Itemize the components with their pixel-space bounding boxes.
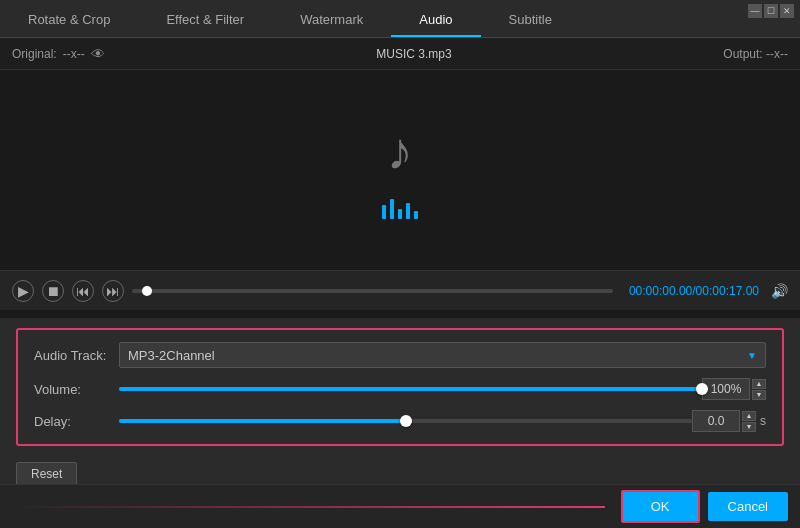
original-info: Original: --x-- 👁 [12,46,105,62]
audio-track-dropdown[interactable]: MP3-2Channel ▼ [119,342,766,368]
close-button[interactable]: ✕ [780,4,794,18]
delay-down-button[interactable]: ▼ [742,422,756,432]
info-bar: Original: --x-- 👁 MUSIC 3.mp3 Output: --… [0,38,800,70]
original-label: Original: [12,47,57,61]
volume-fill [119,387,702,391]
eq-bar-1 [382,205,386,219]
music-note-icon: ♪ [387,121,413,181]
time-display: 00:00:00.00/00:00:17.00 [629,284,759,298]
eq-bar-2 [390,199,394,219]
volume-thumb[interactable] [696,383,708,395]
volume-label: Volume: [34,382,119,397]
output-info: Output: --x-- [723,47,788,61]
music-visual: ♪ [0,70,800,270]
tab-rotate[interactable]: Rotate & Crop [0,4,138,37]
title-bar: — ☐ ✕ [742,0,800,22]
progress-thumb[interactable] [142,286,152,296]
visibility-icon[interactable]: 👁 [91,46,105,62]
volume-track[interactable] [119,387,702,391]
tab-subtitle[interactable]: Subtitle [481,4,580,37]
audio-track-row: Audio Track: MP3-2Channel ▼ [34,342,766,368]
delay-input[interactable] [692,410,740,432]
bottom-bar: OK Cancel [0,484,800,528]
volume-spinners: ▲ ▼ [752,379,766,400]
cancel-button[interactable]: Cancel [708,492,788,521]
reset-button[interactable]: Reset [16,462,77,486]
play-button[interactable]: ▶ [12,280,34,302]
prev-button[interactable]: ⏮ [72,280,94,302]
tab-bar: Rotate & Crop Effect & Filter Watermark … [0,0,800,38]
delay-thumb[interactable] [400,415,412,427]
volume-down-button[interactable]: ▼ [752,390,766,400]
filename-label: MUSIC 3.mp3 [105,47,724,61]
volume-value-box: ▲ ▼ [702,378,766,400]
next-button[interactable]: ⏭ [102,280,124,302]
minimize-button[interactable]: — [748,4,762,18]
volume-icon[interactable]: 🔊 [771,283,788,299]
eq-bar-3 [398,209,402,219]
volume-input[interactable] [702,378,750,400]
dropdown-arrow-icon: ▼ [747,350,757,361]
original-value: --x-- [63,47,85,61]
audio-track-value: MP3-2Channel [128,348,215,363]
progress-track[interactable] [132,289,613,293]
eq-bar-5 [414,211,418,219]
delay-up-button[interactable]: ▲ [742,411,756,421]
stop-button[interactable]: ⏹ [42,280,64,302]
eq-bar-4 [406,203,410,219]
delay-value-box: ▲ ▼ s [692,410,766,432]
arrow-decoration [12,506,605,508]
delay-unit: s [760,414,766,428]
delay-track[interactable] [119,419,692,423]
maximize-button[interactable]: ☐ [764,4,778,18]
tab-watermark[interactable]: Watermark [272,4,391,37]
preview-area: Original: --x-- 👁 MUSIC 3.mp3 Output: --… [0,38,800,318]
volume-up-button[interactable]: ▲ [752,379,766,389]
ok-button[interactable]: OK [621,490,700,523]
delay-fill [119,419,406,423]
volume-slider-container [119,387,702,391]
delay-label: Delay: [34,414,119,429]
delay-spinners: ▲ ▼ [742,411,756,432]
tab-audio[interactable]: Audio [391,4,480,37]
audio-track-label: Audio Track: [34,348,119,363]
output-label: Output: [723,47,762,61]
volume-row: Volume: ▲ ▼ [34,378,766,400]
settings-panel: Audio Track: MP3-2Channel ▼ Volume: ▲ ▼ … [16,328,784,446]
tab-effect[interactable]: Effect & Filter [138,4,272,37]
delay-row: Delay: ▲ ▼ s [34,410,766,432]
output-value: --x-- [766,47,788,61]
equalizer-display [382,195,418,219]
delay-slider-container [119,419,692,423]
controls-bar: ▶ ⏹ ⏮ ⏭ 00:00:00.00/00:00:17.00 🔊 [0,270,800,310]
